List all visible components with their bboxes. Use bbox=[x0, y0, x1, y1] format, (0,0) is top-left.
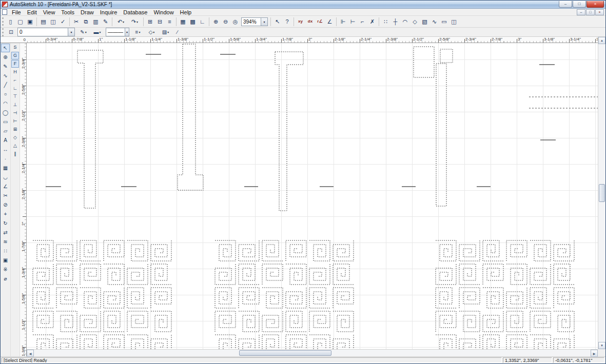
horizontal-scrollbar[interactable]: ◀ ▶ bbox=[27, 349, 598, 356]
maximize-button[interactable]: □ bbox=[573, 1, 586, 8]
fill-pattern-dropdown[interactable]: ◇▾ bbox=[145, 28, 158, 36]
minimize-button[interactable]: – bbox=[559, 1, 572, 8]
match-properties-button[interactable]: ∕ bbox=[173, 28, 182, 36]
dimension-tool[interactable]: ↔ bbox=[1, 145, 10, 154]
fillet-tool[interactable]: ◡ bbox=[1, 173, 10, 181]
hatch-tool[interactable]: ▦ bbox=[1, 164, 10, 172]
zoom-tool[interactable]: ⊕ bbox=[1, 53, 10, 62]
copy-button[interactable]: ⧉ bbox=[81, 17, 91, 27]
spline-tool[interactable]: ∿ bbox=[1, 71, 10, 80]
menu-database[interactable]: Database bbox=[120, 9, 150, 16]
vertical-scrollbar[interactable]: ▲ ▼ bbox=[598, 37, 605, 349]
insert-picture-button[interactable]: ▭ bbox=[439, 17, 449, 27]
print-button[interactable]: ▤ bbox=[38, 17, 48, 27]
snap-left[interactable]: ⊣ bbox=[11, 109, 19, 117]
content-browser-button[interactable]: ⊟ bbox=[155, 17, 165, 27]
coord-absolute-button[interactable]: xy bbox=[296, 17, 305, 27]
paste-button[interactable]: ▥ bbox=[91, 17, 101, 27]
menu-edit[interactable]: Edit bbox=[24, 9, 40, 16]
polygon-tool[interactable]: ▱ bbox=[1, 127, 10, 135]
grid-snap-button[interactable]: ▩ bbox=[188, 17, 198, 27]
whats-this-help-button[interactable]: ? bbox=[282, 17, 292, 27]
zoom-dropdown-arrow[interactable]: ▾ bbox=[261, 18, 267, 26]
menu-file[interactable]: File bbox=[9, 9, 24, 16]
menu-window[interactable]: Window bbox=[150, 9, 177, 16]
zoom-out-button[interactable]: ⊖ bbox=[221, 17, 230, 27]
layer-select-combo[interactable]: 0▾ bbox=[17, 28, 75, 36]
menu-draw[interactable]: Draw bbox=[77, 9, 97, 16]
snap-tangent-button[interactable]: ◠ bbox=[400, 17, 410, 27]
ortho-mode-button[interactable]: ∟ bbox=[198, 17, 207, 27]
triangle-snap[interactable]: △ bbox=[11, 142, 19, 150]
undo-button[interactable]: ↶▾ bbox=[114, 17, 128, 27]
menu-view[interactable]: View bbox=[40, 9, 58, 16]
drawing-canvas[interactable] bbox=[27, 43, 598, 349]
save-file-button[interactable]: ▣ bbox=[25, 17, 35, 27]
point-tool[interactable]: ∙ bbox=[1, 154, 10, 163]
snap-top[interactable]: ⊤ bbox=[11, 93, 19, 100]
close-button[interactable]: × bbox=[587, 1, 604, 8]
symbol-library-button[interactable]: ⊞ bbox=[145, 17, 155, 27]
line-style-arrow[interactable]: ▾ bbox=[125, 28, 129, 36]
menu-help[interactable]: Help bbox=[177, 9, 195, 16]
extend-button[interactable]: ⊢ bbox=[348, 17, 358, 27]
mdi-minimize-button[interactable]: – bbox=[577, 9, 585, 15]
break-button[interactable]: ✗ bbox=[367, 17, 377, 27]
parallel-snap[interactable]: ∥ bbox=[11, 150, 19, 158]
rectangle-tool[interactable]: ▭ bbox=[1, 117, 10, 126]
arc-tool[interactable]: ◠ bbox=[1, 99, 10, 108]
corner-snap[interactable]: ⌐ bbox=[11, 76, 19, 84]
measure-tool[interactable]: ⌀ bbox=[1, 274, 10, 283]
coord-relative-button[interactable]: dx bbox=[305, 17, 315, 27]
cut-button[interactable]: ✂ bbox=[71, 17, 81, 27]
pen-color-dropdown[interactable]: ✎▾ bbox=[77, 28, 90, 36]
ortho-snap[interactable]: ∟ bbox=[11, 85, 19, 92]
open-file-button[interactable]: ▢ bbox=[15, 17, 25, 27]
edit-bar-toggle-button[interactable]: ⊡ bbox=[7, 28, 15, 36]
line-color-dropdown[interactable]: ▬▾ bbox=[91, 28, 104, 36]
snap-quadrant-button[interactable]: ◇ bbox=[410, 17, 420, 27]
properties-button[interactable]: ≡ bbox=[165, 17, 174, 27]
ellipse-tool[interactable]: ◯ bbox=[1, 108, 10, 117]
format-painter-button[interactable]: ✎ bbox=[101, 17, 110, 27]
group-tool[interactable]: ▣ bbox=[1, 256, 10, 265]
print-preview-button[interactable]: ◫ bbox=[48, 17, 58, 27]
scroll-up-arrow[interactable]: ▲ bbox=[598, 37, 605, 44]
grid-toggle[interactable]: G bbox=[11, 52, 19, 59]
diamond-snap[interactable]: ◇ bbox=[11, 134, 19, 141]
scroll-down-arrow[interactable]: ▼ bbox=[598, 342, 605, 349]
snap-settings-toggle[interactable]: S bbox=[11, 44, 19, 51]
erase-tool[interactable]: ⊘ bbox=[1, 200, 10, 209]
coord-polar-button[interactable]: r∠ bbox=[315, 17, 325, 27]
select-pointer-button[interactable]: ↖ bbox=[272, 17, 282, 27]
menu-inquire[interactable]: Inquire bbox=[97, 9, 121, 16]
spline-edit-button[interactable]: ∿ bbox=[429, 17, 439, 27]
toolbar-grip[interactable] bbox=[2, 28, 4, 36]
toolbar-grip[interactable] bbox=[2, 17, 4, 26]
layer-select-arrow[interactable]: ▾ bbox=[68, 28, 74, 36]
mdi-close-button[interactable]: × bbox=[595, 9, 604, 15]
snap-right[interactable]: ⊢ bbox=[11, 117, 19, 125]
offset-tool[interactable]: ≋ bbox=[1, 237, 10, 246]
hatch-pattern-button[interactable]: ▧ bbox=[420, 17, 429, 27]
document-icon[interactable] bbox=[2, 9, 7, 15]
snap-bottom[interactable]: ⊥ bbox=[11, 101, 19, 109]
handles-toggle[interactable]: H bbox=[11, 68, 19, 76]
scroll-left-arrow[interactable]: ◀ bbox=[27, 350, 34, 357]
mdi-restore-button[interactable]: □ bbox=[586, 9, 595, 15]
pattern-toggle[interactable]: ⊞ bbox=[11, 126, 19, 133]
horizontal-scroll-thumb[interactable] bbox=[239, 350, 331, 356]
line-width-dropdown[interactable]: ≡▾ bbox=[131, 28, 144, 36]
zoom-window-button[interactable]: ◎ bbox=[230, 17, 240, 27]
coord-angle-button[interactable]: ∠ bbox=[325, 17, 335, 27]
zoom-level-combo[interactable]: 394%▾ bbox=[241, 17, 268, 26]
frame-button[interactable]: ◫ bbox=[449, 17, 459, 27]
move-tool[interactable]: + bbox=[1, 210, 10, 218]
snap-point-button[interactable]: ∷ bbox=[381, 17, 390, 27]
redo-button[interactable]: ↷▾ bbox=[128, 17, 142, 27]
crosshair-button[interactable]: ┼ bbox=[390, 17, 400, 27]
hatch-style-dropdown[interactable]: ▨▾ bbox=[159, 28, 172, 36]
chamfer-tool[interactable]: ∠ bbox=[1, 182, 10, 191]
trim-button[interactable]: ⊩ bbox=[338, 17, 348, 27]
vertical-scroll-thumb[interactable] bbox=[599, 184, 605, 202]
